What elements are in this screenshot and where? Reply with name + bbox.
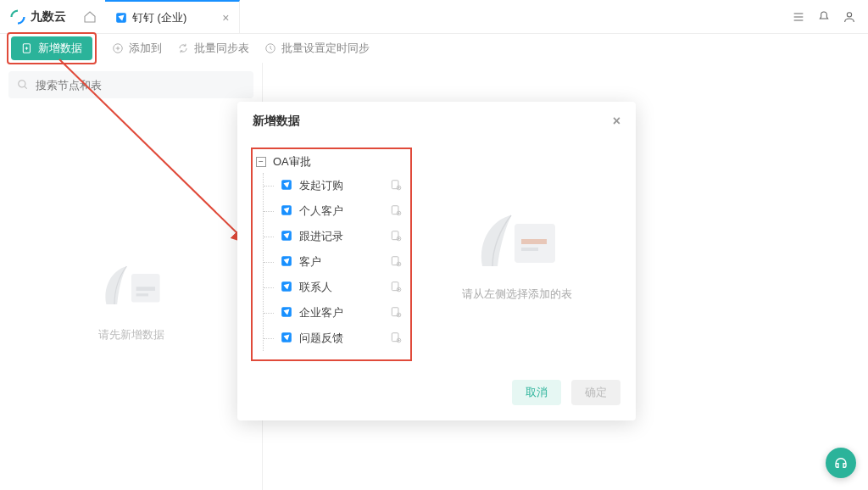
help-fab[interactable] — [826, 448, 856, 478]
dialog-header: 新增数据 × — [237, 102, 636, 141]
tree-item-label: 问题反馈 — [299, 331, 383, 346]
tree-item[interactable]: 发起订购 — [264, 173, 402, 198]
svg-rect-14 — [392, 205, 398, 214]
tree-item-label: 客户 — [299, 254, 383, 270]
table-icon — [281, 281, 292, 295]
tree-panel: − OA审批 发起订购个人客户跟进记录客户联系人企业客户问题反馈 — [251, 148, 412, 361]
add-table-icon[interactable] — [390, 331, 402, 346]
dialog-right-panel: 请从左侧选择添加的表 — [412, 148, 622, 361]
headset-icon — [833, 455, 849, 471]
add-table-icon[interactable] — [390, 281, 402, 295]
ok-button[interactable]: 确定 — [571, 380, 620, 405]
tree-item-label: 发起订购 — [299, 178, 383, 193]
tree-item[interactable]: 客户 — [264, 249, 402, 275]
dialog-body: − OA审批 发起订购个人客户跟进记录客户联系人企业客户问题反馈 请从左侧选择添… — [237, 141, 636, 370]
add-table-icon[interactable] — [390, 230, 402, 244]
add-table-icon[interactable] — [390, 179, 402, 193]
svg-rect-11 — [392, 180, 398, 188]
table-icon — [281, 230, 292, 244]
svg-rect-17 — [392, 231, 398, 239]
tree-item-label: 跟进记录 — [299, 229, 383, 244]
table-icon — [281, 204, 292, 219]
add-table-icon[interactable] — [390, 306, 402, 320]
tree-item-label: 联系人 — [299, 280, 383, 295]
collapse-icon[interactable]: − — [256, 157, 266, 167]
dialog-footer: 取消 确定 — [237, 370, 636, 420]
tree-item-label: 企业客户 — [299, 305, 383, 320]
svg-rect-32 — [521, 239, 547, 244]
svg-rect-26 — [392, 307, 398, 315]
svg-rect-23 — [392, 281, 398, 290]
tree-root-label: OA审批 — [273, 154, 311, 170]
cancel-label: 取消 — [526, 385, 548, 400]
cancel-button[interactable]: 取消 — [512, 380, 561, 405]
add-table-icon[interactable] — [390, 204, 402, 219]
tree-item[interactable]: 企业客户 — [264, 300, 402, 326]
dialog-right-hint: 请从左侧选择添加的表 — [462, 287, 572, 302]
tree-item[interactable]: 跟进记录 — [264, 224, 402, 249]
table-icon — [281, 179, 292, 193]
tree-item[interactable]: 联系人 — [264, 275, 402, 300]
svg-rect-20 — [392, 256, 398, 264]
add-table-icon[interactable] — [390, 255, 402, 270]
tree-root-node[interactable]: − OA审批 — [256, 154, 402, 170]
new-data-dialog: 新增数据 × − OA审批 发起订购个人客户跟进记录客户联系人企业客户问题反馈 — [237, 102, 636, 420]
table-icon — [281, 255, 292, 270]
table-icon — [281, 306, 292, 320]
dialog-overlay: 新增数据 × − OA审批 发起订购个人客户跟进记录客户联系人企业客户问题反馈 — [0, 0, 868, 490]
feather-box-icon — [470, 207, 564, 275]
dialog-close-button[interactable]: × — [613, 114, 620, 129]
ok-label: 确定 — [585, 385, 607, 400]
tree-item[interactable]: 问题反馈 — [264, 326, 402, 351]
svg-rect-33 — [521, 248, 538, 251]
tree-children: 发起订购个人客户跟进记录客户联系人企业客户问题反馈 — [263, 173, 402, 351]
tree-item[interactable]: 个人客户 — [264, 198, 402, 224]
tree-item-label: 个人客户 — [299, 203, 383, 219]
svg-rect-29 — [392, 332, 398, 341]
table-icon — [281, 331, 292, 346]
dialog-title: 新增数据 — [253, 114, 300, 129]
